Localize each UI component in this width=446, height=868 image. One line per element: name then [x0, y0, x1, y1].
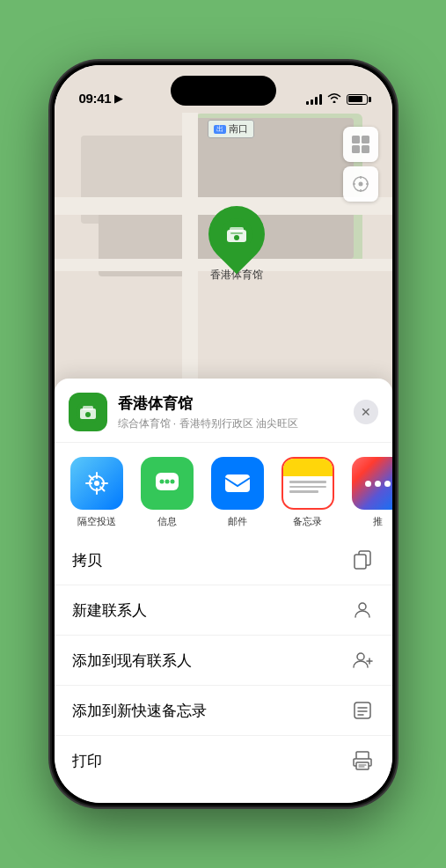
phone-inner: 09:41 ▶ — [55, 65, 392, 803]
svg-point-23 — [165, 480, 169, 484]
more-label: 推 — [373, 515, 383, 528]
mail-icon — [211, 457, 264, 510]
venue-subtitle: 综合体育馆 · 香港特别行政区 油尖旺区 — [118, 416, 354, 431]
pin-inner — [214, 211, 260, 257]
svg-point-28 — [359, 603, 366, 610]
svg-point-24 — [170, 480, 174, 484]
share-item-notes[interactable]: 备忘录 — [276, 457, 340, 528]
map-label: 出 南口 — [208, 120, 254, 138]
phone-frame: 09:41 ▶ — [52, 63, 395, 805]
venue-header: 香港体育馆 综合体育馆 · 香港特别行政区 油尖旺区 ✕ — [55, 379, 392, 443]
action-item-new-contact[interactable]: 新建联系人 — [55, 585, 392, 636]
add-existing-label: 添加到现有联系人 — [72, 651, 192, 671]
battery-icon — [347, 94, 368, 105]
action-item-add-note[interactable]: 添加到新快速备忘录 — [55, 686, 392, 736]
svg-point-18 — [85, 412, 91, 417]
action-item-copy[interactable]: 拷贝 — [55, 535, 392, 585]
svg-point-22 — [159, 480, 164, 484]
print-icon — [350, 748, 375, 773]
svg-rect-32 — [355, 702, 370, 718]
map-controls — [343, 127, 378, 202]
svg-rect-1 — [362, 136, 369, 143]
svg-rect-36 — [356, 752, 369, 759]
new-contact-icon — [350, 598, 375, 622]
svg-rect-0 — [352, 136, 360, 143]
signal-bars-icon — [306, 94, 322, 105]
svg-rect-3 — [362, 145, 369, 153]
add-existing-icon — [350, 648, 375, 673]
airdrop-label: 隔空投送 — [77, 515, 116, 528]
airdrop-icon — [70, 457, 123, 510]
messages-icon — [141, 457, 194, 510]
map-type-button[interactable] — [343, 127, 378, 162]
wifi-icon — [327, 92, 341, 106]
add-note-label: 添加到新快速备忘录 — [72, 701, 207, 721]
notes-label: 备忘录 — [293, 515, 322, 528]
share-item-airdrop[interactable]: 隔空投送 — [65, 457, 128, 528]
svg-rect-14 — [230, 232, 243, 234]
svg-point-9 — [358, 182, 362, 187]
location-pin: 香港体育馆 — [208, 206, 265, 283]
copy-label: 拷贝 — [72, 550, 102, 570]
action-list: 拷贝 新建联系人 — [55, 535, 392, 785]
add-note-icon — [350, 698, 375, 723]
copy-icon — [350, 548, 375, 572]
share-row: 隔空投送 信息 — [55, 443, 392, 535]
status-time: 09:41 — [79, 91, 112, 106]
new-contact-label: 新建联系人 — [72, 600, 147, 621]
mail-label: 邮件 — [228, 515, 247, 528]
svg-rect-17 — [83, 406, 93, 410]
messages-label: 信息 — [157, 515, 177, 528]
svg-rect-12 — [230, 227, 244, 232]
svg-rect-37 — [356, 762, 369, 769]
action-item-add-existing[interactable]: 添加到现有联系人 — [55, 636, 392, 686]
venue-name: 香港体育馆 — [118, 394, 354, 414]
bottom-sheet: 香港体育馆 综合体育馆 · 香港特别行政区 油尖旺区 ✕ — [55, 379, 392, 803]
share-item-messages[interactable]: 信息 — [135, 457, 199, 528]
dynamic-island — [171, 76, 276, 106]
svg-rect-2 — [352, 145, 360, 153]
close-button[interactable]: ✕ — [354, 400, 378, 424]
svg-rect-27 — [355, 555, 366, 569]
share-item-more[interactable]: 推 — [347, 457, 392, 528]
more-icon — [352, 457, 392, 510]
svg-rect-25 — [225, 474, 250, 492]
action-item-print[interactable]: 打印 — [55, 736, 392, 785]
map-label-icon: 出 — [214, 125, 226, 134]
print-label: 打印 — [72, 751, 102, 771]
svg-point-20 — [94, 481, 99, 486]
notes-icon — [281, 457, 334, 510]
pin-bubble — [196, 195, 276, 275]
share-item-mail[interactable]: 邮件 — [206, 457, 269, 528]
location-button[interactable] — [343, 166, 378, 202]
svg-point-29 — [357, 653, 364, 660]
location-arrow-icon: ▶ — [114, 92, 123, 105]
status-icons — [306, 92, 368, 106]
venue-info: 香港体育馆 综合体育馆 · 香港特别行政区 油尖旺区 — [118, 394, 354, 431]
venue-icon — [69, 393, 107, 431]
